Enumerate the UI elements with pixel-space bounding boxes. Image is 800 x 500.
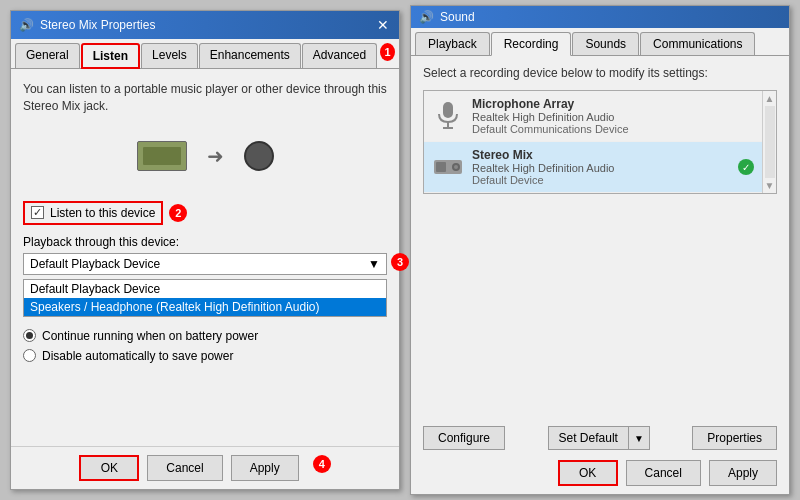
dropdown-item-speakers[interactable]: Speakers / Headphone (Realtek High Defin… xyxy=(24,298,386,316)
left-app-icon: 🔊 xyxy=(19,18,34,32)
stereo-mix-properties-dialog: 🔊 Stereo Mix Properties ✕ General Listen… xyxy=(10,10,400,490)
default-device-check-icon: ✓ xyxy=(738,159,754,175)
recording-device-list: Microphone Array Realtek High Definition… xyxy=(423,90,777,194)
left-ok-button[interactable]: OK xyxy=(79,455,139,481)
device-diagram: ➜ xyxy=(23,131,387,181)
configure-button[interactable]: Configure xyxy=(423,426,505,450)
playback-dropdown-section: Default Playback Device ▼ Default Playba… xyxy=(23,253,387,317)
right-tab-communications[interactable]: Communications xyxy=(640,32,755,55)
svg-rect-0 xyxy=(443,102,453,118)
dropdown-item-default[interactable]: Default Playback Device xyxy=(24,280,386,298)
radio-disable-label: Disable automatically to save power xyxy=(42,349,233,363)
right-title-text: Sound xyxy=(440,10,475,24)
radio-continue-label: Continue running when on battery power xyxy=(42,329,258,343)
output-device-image xyxy=(244,141,274,171)
scrollbar-up-arrow[interactable]: ▲ xyxy=(765,93,775,104)
source-device-image xyxy=(137,141,187,171)
properties-button[interactable]: Properties xyxy=(692,426,777,450)
radio-group: Continue running when on battery power D… xyxy=(23,329,387,363)
microphone-device-info: Microphone Array Realtek High Definition… xyxy=(472,97,754,135)
left-cancel-button[interactable]: Cancel xyxy=(147,455,222,481)
scrollbar-down-arrow[interactable]: ▼ xyxy=(765,180,775,191)
right-title-bar: 🔊 Sound xyxy=(411,6,789,28)
set-default-dropdown-arrow[interactable]: ▼ xyxy=(629,426,650,450)
playback-dropdown-list: Default Playback Device Speakers / Headp… xyxy=(23,279,387,317)
sound-dialog: 🔊 Sound Playback Recording Sounds Commun… xyxy=(410,5,790,495)
listen-tab-content: You can listen to a portable music playe… xyxy=(11,69,399,446)
set-default-button[interactable]: Set Default xyxy=(548,426,629,450)
radio-disable-row: Disable automatically to save power xyxy=(23,349,387,363)
listen-checkbox-container: Listen to this device 2 xyxy=(23,201,387,225)
recording-tab-content: Select a recording device below to modif… xyxy=(411,56,789,420)
right-tab-sounds[interactable]: Sounds xyxy=(572,32,639,55)
listen-description: You can listen to a portable music playe… xyxy=(23,81,387,115)
listen-checkbox-label: Listen to this device xyxy=(50,206,155,220)
right-ok-row: OK Cancel Apply xyxy=(411,456,789,494)
tab-general[interactable]: General xyxy=(15,43,80,68)
left-tab-bar: General Listen Levels Enhancements Advan… xyxy=(11,39,399,69)
speaker-icon xyxy=(244,141,274,171)
pcb-icon xyxy=(137,141,187,171)
microphone-device-sub2: Default Communications Device xyxy=(472,123,754,135)
arrow-icon: ➜ xyxy=(207,144,224,168)
playback-label: Playback through this device: xyxy=(23,235,387,249)
stereo-mix-device-sub2: Default Device xyxy=(472,174,730,186)
stereo-mix-device-name: Stereo Mix xyxy=(472,148,730,162)
playback-dropdown-wrapper: Default Playback Device ▼ xyxy=(23,253,387,275)
right-tab-recording[interactable]: Recording xyxy=(491,32,572,56)
right-configure-row: Configure Set Default ▼ Properties xyxy=(411,420,789,456)
microphone-device-name: Microphone Array xyxy=(472,97,754,111)
annotation-4: 4 xyxy=(313,455,331,473)
device-list-items: Microphone Array Realtek High Definition… xyxy=(424,91,762,193)
tab-listen[interactable]: Listen xyxy=(81,43,140,69)
tab-advanced[interactable]: Advanced xyxy=(302,43,377,68)
microphone-device-icon xyxy=(432,100,464,132)
microphone-device-sub: Realtek High Definition Audio xyxy=(472,111,754,123)
svg-point-6 xyxy=(454,165,458,169)
annotation-3: 3 xyxy=(391,253,409,271)
left-apply-button[interactable]: Apply xyxy=(231,455,299,481)
stereo-mix-device-sub: Realtek High Definition Audio xyxy=(472,162,730,174)
playback-dropdown[interactable]: Default Playback Device ▼ xyxy=(23,253,387,275)
radio-continue-battery[interactable] xyxy=(23,329,36,342)
right-tab-playback[interactable]: Playback xyxy=(415,32,490,55)
svg-rect-4 xyxy=(436,162,446,172)
right-apply-button[interactable]: Apply xyxy=(709,460,777,486)
scrollbar-track xyxy=(765,106,775,178)
title-bar-left: 🔊 Stereo Mix Properties xyxy=(19,18,155,32)
right-cancel-button[interactable]: Cancel xyxy=(626,460,701,486)
stereo-mix-icon xyxy=(434,156,462,178)
left-title-text: Stereo Mix Properties xyxy=(40,18,155,32)
close-button[interactable]: ✕ xyxy=(375,17,391,33)
right-ok-button[interactable]: OK xyxy=(558,460,618,486)
annotation-1: 1 xyxy=(380,43,395,61)
device-list-scrollbar[interactable]: ▲ ▼ xyxy=(762,91,776,193)
microphone-icon xyxy=(436,102,460,130)
radio-battery-row: Continue running when on battery power xyxy=(23,329,387,343)
right-title-icon: 🔊 xyxy=(419,10,434,24)
configure-buttons-row: Configure Set Default ▼ Properties xyxy=(423,426,777,450)
device-row-stereo-mix[interactable]: Stereo Mix Realtek High Definition Audio… xyxy=(424,142,762,193)
left-title-bar: 🔊 Stereo Mix Properties ✕ xyxy=(11,11,399,39)
annotation-2: 2 xyxy=(169,204,187,222)
radio-disable-auto[interactable] xyxy=(23,349,36,362)
dropdown-selected-value: Default Playback Device xyxy=(30,257,160,271)
left-bottom-buttons: OK Cancel Apply 4 xyxy=(11,446,399,489)
stereo-mix-device-icon xyxy=(432,151,464,183)
recording-select-label: Select a recording device below to modif… xyxy=(423,66,777,80)
set-default-group: Set Default ▼ xyxy=(548,426,650,450)
listen-to-device-checkbox[interactable] xyxy=(31,206,44,219)
listen-checkbox-highlight: Listen to this device xyxy=(23,201,163,225)
right-tab-bar: Playback Recording Sounds Communications xyxy=(411,28,789,56)
device-row-microphone[interactable]: Microphone Array Realtek High Definition… xyxy=(424,91,762,142)
tab-enhancements[interactable]: Enhancements xyxy=(199,43,301,68)
dropdown-arrow-icon: ▼ xyxy=(368,257,380,271)
stereo-mix-device-info: Stereo Mix Realtek High Definition Audio… xyxy=(472,148,730,186)
tab-levels[interactable]: Levels xyxy=(141,43,198,68)
